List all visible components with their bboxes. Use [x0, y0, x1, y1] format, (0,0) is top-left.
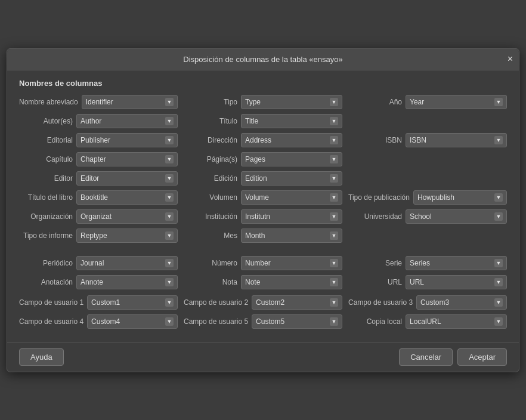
field-dropdown[interactable]: Pages▼ — [241, 152, 342, 166]
dropdown-value: Identifier — [86, 98, 113, 106]
dropdown-value: Custom1 — [91, 298, 120, 307]
field-dropdown[interactable]: Identifier▼ — [82, 95, 178, 109]
chevron-down-icon: ▼ — [494, 298, 503, 307]
dropdown-value: Volume — [245, 193, 269, 202]
dropdown-value: Month — [245, 231, 265, 240]
field-dropdown[interactable]: Note▼ — [241, 275, 342, 289]
dialog: Disposición de columnas de la tabla «ens… — [7, 48, 519, 372]
dropdown-value: Number — [245, 259, 271, 267]
empty-cell — [348, 228, 507, 243]
field-label: Campo de usuario 4 — [19, 317, 83, 326]
field-label: Serie — [348, 259, 402, 267]
field-row: TipoType▼ — [184, 95, 342, 109]
field-dropdown[interactable]: LocalURL▼ — [406, 314, 507, 329]
field-dropdown[interactable]: Series▼ — [406, 256, 507, 270]
field-label: Universidad — [348, 212, 402, 221]
dropdown-value: LocalURL — [410, 317, 441, 326]
field-row: ISBNISBN▼ — [348, 133, 507, 147]
field-dropdown[interactable]: Custom5▼ — [252, 314, 342, 329]
chevron-down-icon: ▼ — [165, 174, 174, 183]
field-row: CapítuloChapter▼ — [19, 152, 178, 166]
chevron-down-icon: ▼ — [494, 136, 503, 144]
dropdown-value: Title — [245, 117, 258, 125]
field-dropdown[interactable]: Journal▼ — [76, 256, 178, 270]
close-button[interactable]: × — [508, 54, 513, 64]
dropdown-value: Annote — [81, 278, 103, 286]
field-dropdown[interactable]: Custom1▼ — [87, 295, 178, 310]
chevron-down-icon: ▼ — [165, 155, 174, 163]
field-dropdown[interactable]: Annote▼ — [76, 275, 178, 289]
chevron-down-icon: ▼ — [330, 136, 338, 144]
field-dropdown[interactable]: Custom4▼ — [87, 314, 178, 329]
field-row: URLURL▼ — [348, 275, 507, 289]
field-label: Campo de usuario 3 — [348, 298, 413, 307]
field-dropdown[interactable]: Title▼ — [241, 114, 342, 128]
field-dropdown[interactable]: Address▼ — [241, 133, 342, 147]
chevron-down-icon: ▼ — [165, 98, 174, 106]
field-dropdown[interactable]: Howpublish▼ — [413, 190, 507, 205]
field-label: Tipo de informe — [19, 231, 73, 240]
field-dropdown[interactable]: Edition▼ — [241, 171, 342, 186]
field-label: Número — [184, 259, 237, 267]
cancel-button[interactable]: Cancelar — [399, 348, 453, 366]
field-row: Campo de usuario 3Custom3▼ — [348, 295, 507, 310]
chevron-down-icon: ▼ — [330, 231, 338, 240]
field-dropdown[interactable]: Number▼ — [241, 256, 342, 270]
dropdown-value: Custom4 — [91, 317, 120, 326]
field-label: Periódico — [19, 259, 73, 267]
field-label: Título — [184, 117, 237, 125]
field-dropdown[interactable]: Booktitle▼ — [76, 190, 178, 205]
field-row: Nombre abreviadoIdentifier▼ — [19, 95, 178, 109]
chevron-down-icon: ▼ — [330, 98, 338, 106]
field-row: MesMonth▼ — [184, 228, 342, 243]
field-dropdown[interactable]: Custom2▼ — [252, 295, 342, 310]
field-dropdown[interactable]: Year▼ — [406, 95, 507, 109]
field-row: InstituciónInstitutn▼ — [184, 209, 342, 224]
field-dropdown[interactable]: Type▼ — [241, 95, 342, 109]
field-label: Capítulo — [19, 155, 73, 163]
field-dropdown[interactable]: Chapter▼ — [76, 152, 178, 166]
field-label: Título del libro — [19, 193, 73, 202]
chevron-down-icon: ▼ — [165, 298, 174, 307]
field-dropdown[interactable]: School▼ — [406, 209, 507, 224]
section-title: Nombres de columnas — [19, 79, 507, 88]
field-dropdown[interactable]: Month▼ — [241, 228, 342, 243]
field-row: Tipo de publicaciónHowpublish▼ — [348, 190, 507, 205]
field-row: Campo de usuario 2Custom2▼ — [184, 295, 342, 310]
chevron-down-icon: ▼ — [494, 193, 503, 202]
field-dropdown[interactable]: URL▼ — [406, 275, 507, 289]
field-dropdown[interactable]: Volume▼ — [241, 190, 342, 205]
field-dropdown[interactable]: Custom3▼ — [416, 295, 507, 310]
field-row: Tipo de informeReptype▼ — [19, 228, 178, 243]
footer: Ayuda Cancelar Aceptar — [7, 342, 519, 372]
footer-right: Cancelar Aceptar — [399, 348, 507, 366]
field-row: SerieSeries▼ — [348, 256, 507, 270]
dropdown-value: Pages — [245, 155, 265, 163]
field-row: EditorEditor▼ — [19, 171, 178, 186]
field-label: Mes — [184, 231, 237, 240]
accept-button[interactable]: Aceptar — [457, 348, 507, 366]
dropdown-value: URL — [410, 278, 424, 286]
field-label: Campo de usuario 1 — [19, 298, 83, 307]
chevron-down-icon: ▼ — [165, 212, 174, 221]
field-label: ISBN — [348, 136, 402, 144]
field-row: PeriódicoJournal▼ — [19, 256, 178, 270]
dropdown-value: Note — [245, 278, 260, 286]
chevron-down-icon: ▼ — [330, 212, 338, 221]
field-label: Copia local — [348, 317, 402, 326]
help-button[interactable]: Ayuda — [19, 348, 64, 366]
field-dropdown[interactable]: ISBN▼ — [406, 133, 507, 147]
field-row: AñoYear▼ — [348, 95, 507, 109]
field-row: NúmeroNumber▼ — [184, 256, 342, 270]
field-dropdown[interactable]: Author▼ — [76, 114, 178, 128]
field-dropdown[interactable]: Reptype▼ — [76, 228, 178, 243]
chevron-down-icon: ▼ — [165, 231, 174, 240]
field-dropdown[interactable]: Organizat▼ — [76, 209, 178, 224]
field-dropdown[interactable]: Institutn▼ — [241, 209, 342, 224]
field-dropdown[interactable]: Editor▼ — [76, 171, 178, 186]
field-dropdown[interactable]: Publisher▼ — [76, 133, 178, 147]
dropdown-value: Custom5 — [256, 317, 284, 326]
field-label: Campo de usuario 5 — [184, 317, 248, 326]
field-row: Campo de usuario 4Custom4▼ — [19, 314, 178, 329]
chevron-down-icon: ▼ — [165, 259, 174, 267]
